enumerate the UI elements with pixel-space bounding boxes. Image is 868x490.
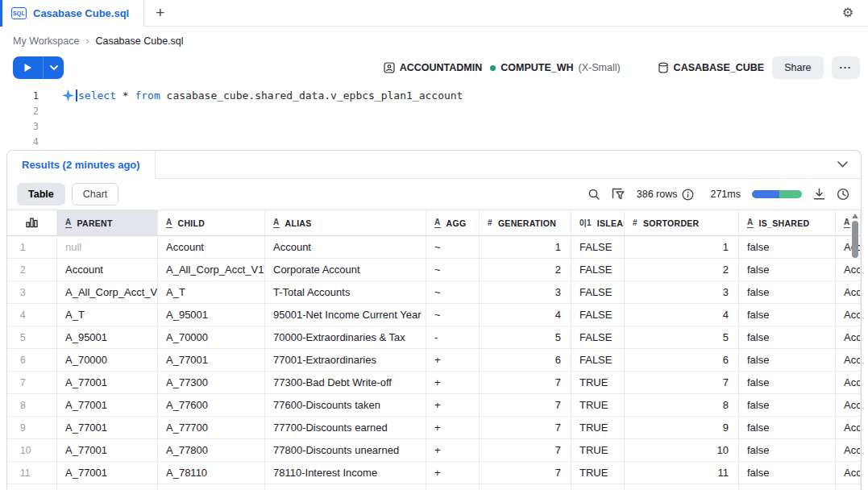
cell-parent[interactable]: A_T	[57, 304, 158, 326]
cell-isleaf[interactable]: FALSE	[571, 281, 625, 303]
cell-isleaf[interactable]: FALSE	[571, 259, 625, 280]
cell-parent[interactable]: A_77001	[57, 462, 158, 484]
cell-child[interactable]: A_77001	[158, 349, 265, 371]
cell-generation[interactable]: 7	[480, 394, 571, 416]
cell-sortorder[interactable]: 1	[625, 236, 739, 258]
cell-alias[interactable]: 95001-Net Income Current Year	[265, 304, 426, 326]
cell-sortorder[interactable]	[625, 484, 739, 490]
table-row[interactable]: 10 A_77001 A_77800 77800-Discounts unear…	[7, 439, 861, 462]
cell-isleaf[interactable]: TRUE	[571, 439, 625, 461]
cell-child[interactable]: A_77700	[158, 417, 265, 438]
scroll-up-icon[interactable]	[852, 214, 858, 218]
share-button[interactable]: Share	[772, 56, 823, 79]
column-header-alias[interactable]: AALIAS	[265, 210, 426, 235]
cell-sortorder[interactable]: 8	[625, 394, 739, 416]
tab-casabase-cube[interactable]: SQL Casabase Cube.sql	[0, 0, 144, 27]
cell-is-shared[interactable]: false	[739, 259, 836, 280]
cell-parent[interactable]: A_95001	[57, 326, 158, 348]
cell-child[interactable]: A_70000	[158, 326, 265, 348]
cell-isleaf[interactable]: FALSE	[571, 326, 625, 348]
column-header-sortorder[interactable]: #SORTORDER	[625, 210, 739, 235]
cell-agg[interactable]: +	[426, 439, 480, 461]
filter-funnel-icon[interactable]	[612, 188, 625, 201]
cell-generation[interactable]: 1	[480, 236, 571, 258]
cell-child[interactable]	[158, 484, 265, 490]
info-icon[interactable]	[682, 189, 694, 201]
scrollbar-thumb[interactable]	[852, 221, 858, 258]
cell-sortorder[interactable]: 6	[625, 349, 739, 371]
gear-icon[interactable]: ⚙	[842, 6, 853, 19]
cell-generation[interactable]: 7	[480, 372, 571, 393]
column-header-is-shared[interactable]: AIS_SHARED	[739, 210, 836, 235]
cell-alias[interactable]: 77300-Bad Debt Write-off	[265, 372, 426, 393]
copilot-sparkle-icon[interactable]	[62, 89, 74, 102]
collapse-results-button[interactable]	[837, 161, 861, 168]
cell-is-shared[interactable]: false	[739, 462, 836, 484]
cell-sortorder[interactable]: 4	[625, 304, 739, 326]
cell-alias[interactable]	[265, 484, 426, 490]
cell-alias[interactable]: T-Total Accounts	[265, 281, 426, 303]
cell-sortorder[interactable]: 9	[625, 417, 739, 438]
cell-generation[interactable]: 7	[480, 439, 571, 461]
cell-sortorder[interactable]: 5	[625, 326, 739, 348]
row-count[interactable]: 386 rows	[637, 189, 695, 201]
table-row[interactable]: 6 A_70000 A_77001 77001-Extraordinaries …	[7, 349, 861, 372]
column-header-parent[interactable]: APARENT	[57, 210, 158, 235]
view-chart-button[interactable]: Chart	[72, 183, 119, 206]
cell-alias[interactable]: 70000-Extraordinaries & Tax	[265, 326, 426, 348]
more-options-button[interactable]: ···	[832, 56, 861, 79]
cell-child[interactable]: A_77600	[158, 394, 265, 416]
cell-isleaf[interactable]: FALSE	[571, 349, 625, 371]
cell-sortorder[interactable]: 10	[625, 439, 739, 461]
cell-alias[interactable]: Account	[265, 236, 426, 258]
table-row[interactable]: 8 A_77001 A_77600 77600-Discounts taken …	[7, 394, 861, 417]
search-icon[interactable]	[588, 188, 600, 201]
cell-isleaf[interactable]: FALSE	[571, 304, 625, 326]
cell-is-shared[interactable]: false	[739, 304, 836, 326]
cell-generation[interactable]: 7	[480, 462, 571, 484]
cell-is-shared[interactable]	[739, 484, 836, 490]
cell-agg[interactable]: ~	[426, 236, 480, 258]
warehouse-selector[interactable]: COMPUTE_WH (X-Small)	[490, 62, 620, 73]
cell-isleaf[interactable]: TRUE	[571, 372, 625, 393]
cell-parent[interactable]: A_77001	[57, 394, 158, 416]
table-row[interactable]: 11 A_77001 A_78110 78110-Interest Income…	[7, 462, 861, 484]
cell-alias[interactable]: Corporate Account	[265, 259, 426, 280]
cell-is-shared[interactable]: false	[739, 439, 836, 461]
duration-bar[interactable]	[752, 190, 802, 198]
cell-parent[interactable]: Account	[57, 259, 158, 280]
cell-isleaf[interactable]: TRUE	[571, 417, 625, 438]
table-row[interactable]: 5 A_95001 A_70000 70000-Extraordinaries …	[7, 326, 861, 349]
breadcrumb-workspace[interactable]: My Workspace	[13, 35, 79, 47]
results-tab[interactable]: Results (2 minutes ago)	[7, 151, 156, 179]
cell-isleaf[interactable]: TRUE	[571, 462, 625, 484]
download-icon[interactable]	[813, 188, 825, 201]
cell-alias[interactable]: 77700-Discounts earned	[265, 417, 426, 438]
cell-parent[interactable]: A_77001	[57, 439, 158, 461]
cell-sortorder[interactable]: 11	[625, 462, 739, 484]
table-row[interactable]: 4 A_T A_95001 95001-Net Income Current Y…	[7, 304, 861, 326]
cell-parent[interactable]: A_77001	[57, 372, 158, 393]
table-row[interactable]: 2 Account A_All_Corp_Acct_V1 Corporate A…	[7, 259, 861, 281]
cell-isleaf[interactable]	[571, 484, 625, 490]
cell-parent[interactable]: A_All_Corp_Acct_V1	[57, 281, 158, 303]
cell-agg[interactable]: +	[426, 462, 480, 484]
vertical-scrollbar[interactable]	[851, 212, 859, 490]
cell-is-shared[interactable]: false	[739, 394, 836, 416]
cell-generation[interactable]	[480, 484, 571, 490]
cell-isleaf[interactable]: TRUE	[571, 394, 625, 416]
cell-parent[interactable]: A_70000	[57, 349, 158, 371]
cell-child[interactable]: A_95001	[158, 304, 265, 326]
cell-generation[interactable]: 6	[480, 349, 571, 371]
cell-alias[interactable]: 77800-Discounts unearned	[265, 439, 426, 461]
cell-sortorder[interactable]: 3	[625, 281, 739, 303]
cell-is-shared[interactable]: false	[739, 372, 836, 393]
cell-is-shared[interactable]: false	[739, 349, 836, 371]
database-selector[interactable]: CASABASE_CUBE	[658, 62, 765, 73]
table-row[interactable]: 7 A_77001 A_77300 77300-Bad Debt Write-o…	[7, 372, 861, 394]
cell-agg[interactable]: +	[426, 349, 480, 371]
cell-agg[interactable]: -	[426, 326, 480, 348]
run-options-button[interactable]	[43, 56, 64, 79]
cell-agg[interactable]: +	[426, 372, 480, 393]
column-header-generation[interactable]: #GENERATION	[480, 210, 571, 235]
